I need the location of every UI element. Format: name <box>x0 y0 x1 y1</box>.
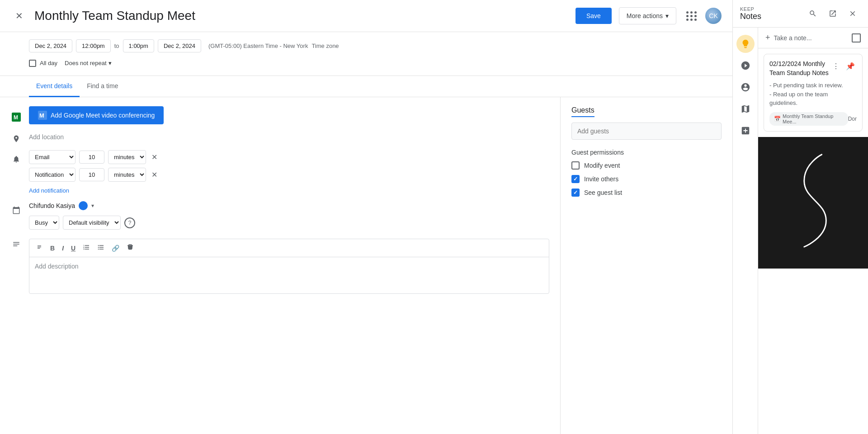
note-chip-text: Monthly Team Standup Mee... <box>783 113 844 124</box>
more-actions-label: More actions <box>627 12 663 19</box>
toolbar-underline-button[interactable]: U <box>68 243 78 254</box>
more-actions-button[interactable]: More actions ▾ <box>619 7 676 24</box>
toolbar-clear-button[interactable] <box>124 242 137 254</box>
notification-value-input-1[interactable] <box>79 151 104 164</box>
note-more-button[interactable]: ⋮ <box>830 60 842 72</box>
calendar-owner-name: Chifundo Kasiya <box>29 202 75 209</box>
keep-notes-icon[interactable] <box>736 35 755 53</box>
take-note-text: Take a note... <box>774 34 812 42</box>
timezone-info: (GMT-05:00) Eastern Time - New York <box>208 42 308 49</box>
permission-row-modify: Modify event <box>571 161 722 170</box>
chevron-down-icon: ▾ <box>665 12 669 19</box>
event-title: Monthly Team Standup Meet <box>34 9 568 23</box>
close-icon <box>849 9 857 18</box>
location-input[interactable] <box>29 130 549 145</box>
notification-unit-select-2[interactable]: minutes hours days <box>108 168 146 182</box>
note-card[interactable]: 02/12/2024 Monthly Team Standup Notes ⋮ … <box>764 54 863 132</box>
owner-chevron-icon[interactable]: ▾ <box>91 203 94 209</box>
open-external-icon <box>829 9 837 18</box>
timezone-label[interactable]: Time zone <box>311 42 339 49</box>
allday-checkbox[interactable] <box>29 60 36 67</box>
add-notification-label: Add notification <box>29 187 69 194</box>
end-time-chip[interactable]: 1:00pm <box>123 39 154 52</box>
note-title: 02/12/2024 Monthly Team Standup Notes <box>769 60 830 77</box>
add-meet-button[interactable]: M Add Google Meet video conferencing <box>29 106 164 124</box>
help-icon[interactable]: ? <box>124 217 135 228</box>
keep-people-icon[interactable] <box>736 78 755 96</box>
see-guest-list-checkbox[interactable] <box>571 189 580 197</box>
add-notification-button[interactable]: Add notification <box>29 185 69 196</box>
remove-notification-1-button[interactable]: ✕ <box>150 151 159 163</box>
end-date-chip[interactable]: Dec 2, 2024 <box>158 39 201 52</box>
svg-text:M: M <box>14 114 18 121</box>
toolbar-format-button[interactable] <box>33 242 46 254</box>
permission-row-invite: Invite others <box>571 175 722 183</box>
toolbar-italic-button[interactable]: I <box>59 243 66 254</box>
notification-type-select-1[interactable]: Email Notification <box>29 150 75 164</box>
meet-logo-icon: M <box>38 111 47 120</box>
save-button[interactable]: Save <box>576 8 612 24</box>
toolbar-unordered-list-button[interactable] <box>94 242 107 254</box>
see-guest-list-label: See guest list <box>584 189 622 196</box>
take-note-row[interactable]: + Take a note... <box>758 28 868 48</box>
modify-event-checkbox[interactable] <box>571 161 580 170</box>
keep-open-button[interactable] <box>825 5 841 22</box>
description-icon <box>11 239 22 250</box>
bell-icon <box>11 154 22 165</box>
apps-grid-button[interactable] <box>684 8 700 24</box>
checkbox-icon[interactable] <box>852 33 861 42</box>
modify-event-label: Modify event <box>584 162 620 169</box>
toolbar-bold-button[interactable]: B <box>47 243 57 254</box>
note-done-text: Dor <box>848 116 857 122</box>
repeat-label: Does not repeat <box>65 60 107 66</box>
repeat-chevron-icon: ▾ <box>108 60 112 66</box>
guest-permissions-title: Guest permissions <box>571 149 722 156</box>
close-icon: ✕ <box>15 10 23 21</box>
notification-unit-select-1[interactable]: minutes hours days <box>108 150 146 164</box>
meet-icon: M <box>11 112 22 123</box>
remove-notification-2-button[interactable]: ✕ <box>150 169 159 181</box>
note-body: - Put pending task in review. - Read up … <box>769 81 857 108</box>
plus-icon: + <box>765 33 770 42</box>
permission-row-see-guests: See guest list <box>571 189 722 197</box>
add-guests-input[interactable] <box>571 123 722 140</box>
notification-value-input-2[interactable] <box>79 168 104 181</box>
calendar-chip-icon: 📅 <box>774 116 781 122</box>
to-label: to <box>114 42 119 49</box>
user-avatar[interactable]: CK <box>705 8 722 24</box>
keep-add-icon[interactable] <box>736 122 755 140</box>
keep-label: KEEP <box>740 6 761 12</box>
note-chip[interactable]: 📅 Monthly Team Standup Mee... <box>769 112 848 126</box>
description-placeholder: Add description <box>35 263 79 270</box>
tab-event-details[interactable]: Event details <box>29 76 80 97</box>
allday-label: All day <box>40 60 57 66</box>
tab-find-time[interactable]: Find a time <box>80 76 125 97</box>
notification-type-select-2[interactable]: Notification Email <box>29 168 75 182</box>
close-button[interactable]: ✕ <box>11 8 27 24</box>
start-date-chip[interactable]: Dec 2, 2024 <box>29 39 72 52</box>
canvas-area <box>758 137 868 269</box>
location-icon <box>11 133 22 144</box>
keep-maps-icon[interactable] <box>736 100 755 118</box>
note-pin-button[interactable]: 📌 <box>844 60 857 72</box>
keep-search-button[interactable] <box>805 5 821 22</box>
invite-others-label: Invite others <box>584 175 618 183</box>
description-area[interactable]: Add description <box>29 257 549 293</box>
svg-text:M: M <box>39 112 44 119</box>
toolbar-link-button[interactable]: 🔗 <box>109 243 122 254</box>
keep-title: Notes <box>740 12 761 21</box>
keep-tasks-icon[interactable] <box>736 57 755 75</box>
guests-title: Guests <box>571 106 594 117</box>
repeat-dropdown[interactable]: Does not repeat ▾ <box>61 58 115 68</box>
status-select[interactable]: Busy Free <box>29 216 59 230</box>
invite-others-checkbox[interactable] <box>571 175 580 183</box>
toolbar-ordered-list-button[interactable] <box>80 242 93 254</box>
calendar-icon <box>11 205 22 216</box>
search-icon <box>809 9 817 18</box>
calendar-color-dot[interactable] <box>79 201 88 210</box>
start-time-chip[interactable]: 12:00pm <box>76 39 111 52</box>
visibility-select[interactable]: Default visibility Public Private <box>63 216 121 230</box>
keep-close-button[interactable] <box>844 5 861 22</box>
